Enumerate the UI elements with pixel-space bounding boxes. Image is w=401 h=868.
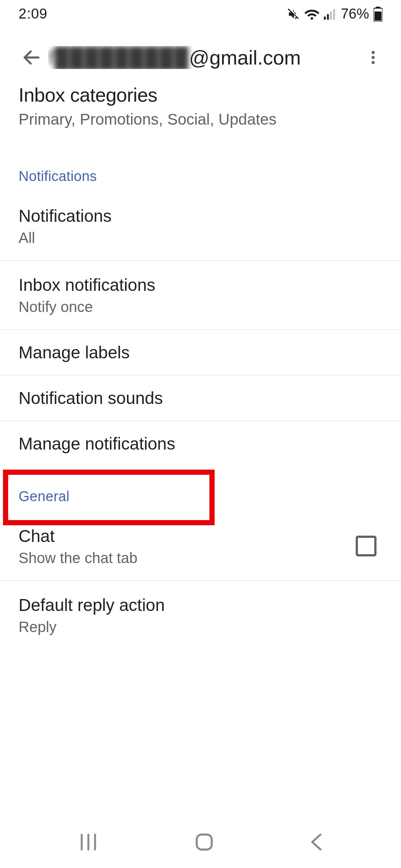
inbox-categories-title: Inbox categories [19, 85, 382, 105]
notification-sounds-title: Notification sounds [19, 388, 382, 408]
section-notifications: Notifications [0, 146, 401, 192]
more-vert-icon [365, 49, 382, 66]
account-domain: @gmail.com [189, 46, 301, 69]
chat-checkbox[interactable] [356, 536, 376, 556]
svg-point-9 [372, 56, 375, 59]
app-bar: f█████████@gmail.com [0, 28, 401, 87]
notifications-title: Notifications [19, 206, 382, 226]
section-general: General [0, 466, 401, 512]
svg-rect-1 [327, 14, 329, 20]
setting-manage-notifications[interactable]: Manage notifications [0, 421, 401, 466]
overflow-menu-button[interactable] [356, 49, 390, 66]
battery-icon [374, 7, 382, 22]
status-bar: 2:09 76% [0, 0, 401, 28]
manage-notifications-title: Manage notifications [19, 434, 382, 454]
recents-icon [77, 833, 100, 851]
default-reply-title: Default reply action [19, 595, 382, 615]
svg-point-8 [372, 51, 375, 54]
inbox-categories-subtitle: Primary, Promotions, Social, Updates [19, 111, 382, 128]
svg-rect-3 [333, 9, 335, 19]
wifi-icon [304, 8, 319, 20]
battery-percentage: 76% [341, 6, 369, 22]
setting-notifications[interactable]: Notifications All [0, 192, 401, 261]
chat-subtitle: Show the chat tab [19, 550, 356, 566]
nav-recents-button[interactable] [77, 833, 100, 851]
setting-inbox-notifications[interactable]: Inbox notifications Notify once [0, 261, 401, 330]
manage-labels-title: Manage labels [19, 342, 382, 362]
settings-content: Inbox categories Primary, Promotions, So… [0, 85, 401, 650]
nav-home-button[interactable] [194, 832, 214, 852]
back-arrow-icon [21, 47, 42, 68]
nav-back-icon [309, 832, 324, 852]
setting-default-reply[interactable]: Default reply action Reply [0, 581, 401, 650]
back-button[interactable] [15, 47, 48, 68]
nav-back-button[interactable] [309, 832, 324, 852]
svg-point-10 [372, 61, 375, 64]
svg-rect-0 [324, 16, 326, 19]
account-name-obscured: f█████████ [48, 46, 189, 69]
inbox-notifications-title: Inbox notifications [19, 275, 382, 295]
svg-rect-14 [197, 835, 212, 850]
status-time: 2:09 [19, 6, 48, 22]
setting-inbox-categories[interactable]: Inbox categories Primary, Promotions, So… [0, 85, 401, 146]
home-icon [194, 832, 214, 852]
setting-notification-sounds[interactable]: Notification sounds [0, 375, 401, 421]
default-reply-subtitle: Reply [19, 619, 382, 635]
system-nav-bar [0, 816, 401, 868]
account-title: f█████████@gmail.com [48, 46, 356, 69]
setting-manage-labels[interactable]: Manage labels [0, 330, 401, 375]
mute-icon [287, 7, 300, 21]
inbox-notifications-subtitle: Notify once [19, 299, 382, 315]
notifications-subtitle: All [19, 230, 382, 246]
setting-chat[interactable]: Chat Show the chat tab [0, 512, 401, 581]
chat-title: Chat [19, 526, 356, 546]
svg-rect-6 [375, 11, 382, 20]
svg-rect-2 [330, 11, 332, 20]
signal-icon [324, 9, 336, 20]
status-right: 76% [287, 6, 382, 22]
